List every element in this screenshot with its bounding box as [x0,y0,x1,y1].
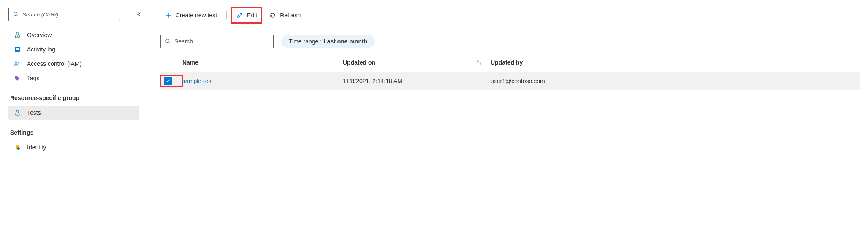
sidebar-item-tests[interactable]: Tests [8,106,139,120]
activity-log-icon [14,46,21,53]
svg-point-14 [166,39,169,43]
pill-label: Time range : [289,38,322,45]
svg-rect-6 [16,51,18,51]
sidebar-item-overview[interactable]: Overview [8,28,139,42]
table-header: Name Updated on Updated by [160,53,860,72]
svg-point-11 [17,147,20,150]
svg-point-0 [14,12,17,16]
sort-icon[interactable] [476,60,482,65]
time-range-filter[interactable]: Time range : Last one month [281,35,375,48]
test-name-link[interactable]: sample-test [182,78,343,84]
toolbar-label: Refresh [280,12,301,19]
list-search-box[interactable] [160,35,274,48]
svg-point-9 [16,77,16,78]
sidebar-item-label: Identity [27,144,46,151]
edit-button[interactable]: Edit [232,8,261,23]
sidebar-search-input[interactable] [22,11,117,18]
people-icon [14,60,21,68]
section-resource-specific: Resource-specific group [8,85,139,106]
sidebar: Overview Activity log Access control (IA… [0,0,144,241]
sidebar-item-identity[interactable]: Identity [8,140,139,154]
sidebar-item-tags[interactable]: Tags [8,71,139,85]
tests-table: Name Updated on Updated by sample-test 1… [160,53,860,90]
collapse-sidebar-icon[interactable] [133,9,144,20]
column-updated-on[interactable]: Updated on [343,59,491,66]
identity-icon [14,144,21,151]
sidebar-item-label: Access control (IAM) [27,60,81,67]
sidebar-search-row [8,8,139,21]
svg-line-1 [17,15,19,17]
filter-row: Time range : Last one month [160,35,860,48]
svg-rect-5 [16,49,19,50]
search-icon [164,38,172,45]
sidebar-item-access-control[interactable]: Access control (IAM) [8,57,139,71]
row-checkbox-wrap [160,76,182,86]
search-icon [12,11,20,18]
svg-point-2 [18,35,20,38]
flask-icon [14,31,21,39]
svg-rect-4 [16,48,19,49]
sidebar-item-activity-log[interactable]: Activity log [8,42,139,57]
plus-icon [165,11,172,19]
sidebar-item-label: Overview [27,32,52,38]
pill-value: Last one month [323,38,367,45]
svg-point-8 [18,62,19,64]
refresh-icon [269,11,277,19]
flask-icon [14,109,21,116]
sidebar-search-box[interactable] [8,8,120,21]
sidebar-item-label: Tests [27,109,41,116]
column-name[interactable]: Name [182,59,343,66]
svg-point-7 [15,62,17,63]
row-checkbox[interactable] [164,77,172,85]
column-updated-by[interactable]: Updated by [491,59,659,66]
svg-point-10 [16,114,16,115]
column-label: Updated on [343,59,375,66]
section-settings: Settings [8,120,139,140]
refresh-button[interactable]: Refresh [265,8,305,23]
create-new-test-button[interactable]: Create new test [160,8,221,23]
list-search-input[interactable] [174,38,270,45]
sidebar-item-label: Tags [27,75,40,81]
svg-line-15 [169,42,171,44]
toolbar-label: Create new test [176,12,217,19]
pencil-icon [236,11,244,19]
cell-updated-on: 11/8/2021, 2:14:18 AM [343,78,491,84]
toolbar: Create new test Edit Refresh [160,6,860,24]
cell-updated-by: user1@contoso.com [491,78,659,84]
tag-icon [14,74,21,82]
table-row[interactable]: sample-test 11/8/2021, 2:14:18 AM user1@… [160,72,860,90]
toolbar-label: Edit [247,12,257,19]
main-content: Create new test Edit Refresh Time range … [144,0,868,241]
toolbar-separator [226,11,227,19]
sidebar-item-label: Activity log [27,46,55,53]
